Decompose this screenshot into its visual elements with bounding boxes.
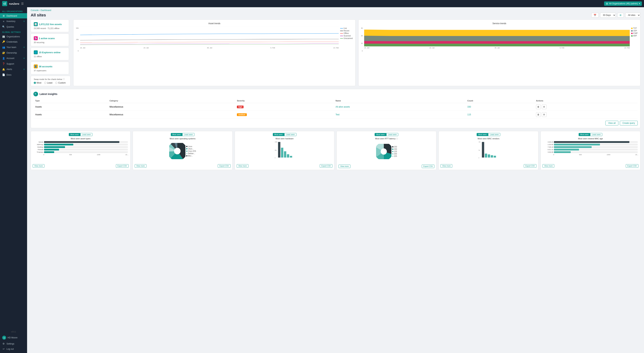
os-most-btn[interactable]: Most seen	[171, 133, 182, 136]
svg-rect-38	[485, 154, 487, 158]
mac-age-most-btn[interactable]: Most seen	[579, 133, 590, 136]
os-export[interactable]: Export CSV	[218, 164, 230, 168]
site-icon-btn[interactable]: ⊞	[617, 13, 624, 17]
add-team-icon[interactable]: +	[23, 46, 25, 49]
svg-rect-19	[281, 148, 283, 158]
insight-row2-name[interactable]: Test	[334, 111, 466, 119]
dashboard-icon: ⊞	[2, 14, 5, 17]
col-count: Count	[466, 98, 534, 103]
sidebar-item-alerts[interactable]: 🔔 Alerts +	[0, 66, 27, 72]
stat-card-accounts: 👤 38 accounts 37 superusers	[31, 62, 69, 74]
hardware-view-more[interactable]: View more	[237, 164, 248, 168]
mac-vendors-least-btn[interactable]: Least seen	[488, 133, 500, 136]
sidebar-item-docs[interactable]: 📄 Docs	[0, 72, 27, 77]
sidebar-item-organizations[interactable]: 🏢 Organizations	[0, 34, 27, 39]
bottom-card-rtt: Most seen Least seen Most seen RTT laten…	[336, 131, 436, 170]
mac-vendors-view-more[interactable]: View more	[440, 164, 452, 168]
insight-row1-count-link[interactable]: 330	[468, 106, 471, 108]
asset-types-least-btn[interactable]: Least seen	[80, 133, 92, 136]
row2-settings-btn[interactable]: ⚙	[542, 112, 546, 117]
svg-rect-18	[278, 142, 280, 158]
most-radio-dot	[34, 82, 36, 84]
rtt-export[interactable]: Export CSV	[422, 165, 434, 168]
severity-high-badge: high	[237, 106, 244, 108]
active-scans-link[interactable]: 1 active scans	[39, 37, 55, 40]
org-selector-label: All Organizations (46) (admin)	[609, 2, 638, 5]
mac-age-export[interactable]: Export CSV	[626, 164, 638, 168]
asset-types-export[interactable]: Export CSV	[116, 164, 128, 168]
breadcrumb-current: Dashboard	[40, 9, 51, 11]
insight-row1-count[interactable]: 330	[466, 103, 534, 111]
row2-delete-btn[interactable]: 🗑	[536, 112, 541, 117]
svg-text:5k: 5k	[478, 150, 480, 151]
trend-charts: Asset trends 50k 25k 0	[73, 19, 640, 86]
sidebar-item-inventory[interactable]: ≡ Inventory +	[0, 18, 27, 24]
mac-vendors-chart: 10k 5k 0 Cisco S... Apple... HUAWEI Baud…	[440, 141, 536, 163]
hardware-least-btn[interactable]: Least seen	[284, 133, 296, 136]
service-trends-area: 16. Jan 23. Jan 30. Jan 6. Feb 13. Feb	[364, 26, 630, 55]
mac-age-footer: View more Export CSV	[542, 164, 638, 168]
insight-row2-name-link[interactable]: Test	[336, 113, 340, 116]
create-query-button[interactable]: Create query	[620, 121, 638, 125]
swap-custom[interactable]: Custom	[55, 82, 66, 84]
mac-vendors-most-btn[interactable]: Most seen	[477, 133, 488, 136]
time-range-select[interactable]: 30 Days 7 Days 90 Days	[600, 13, 616, 18]
sidebar-item-dashboard[interactable]: ⊞ Dashboard	[0, 13, 27, 18]
col-type: Type	[34, 98, 108, 103]
sidebar-item-settings[interactable]: ⚙ Settings	[0, 341, 27, 346]
insight-row2-count[interactable]: 115	[466, 111, 534, 119]
sidebar-label-alerts: Alerts	[6, 68, 12, 70]
insight-row2-count-link[interactable]: 115	[468, 113, 471, 116]
sidebar-item-ownership[interactable]: 🔐 Ownership	[0, 50, 27, 55]
sidebar-label-settings: Settings	[6, 343, 14, 345]
explorers-link[interactable]: 15 Explorers online	[39, 51, 60, 54]
mac-age-view-more[interactable]: View more	[542, 164, 554, 168]
hamburger-icon[interactable]: ☰	[21, 2, 24, 5]
insights-card: 🔍 Latest insights Type Category Severity…	[31, 89, 640, 128]
rtt-most-btn[interactable]: Most seen	[375, 133, 386, 136]
sidebar-item-your-team[interactable]: 👥 Your team +	[0, 44, 27, 50]
hardware-export[interactable]: Export CSV	[320, 164, 332, 168]
active-scans-sub: 20 recurring	[34, 41, 66, 43]
site-icon: ⊞	[620, 14, 622, 16]
rtt-least-btn[interactable]: Least seen	[386, 133, 398, 136]
row1-delete-btn[interactable]: 🗑	[536, 104, 541, 109]
asset-types-view-more[interactable]: View more	[33, 164, 44, 168]
calendar-icon-btn[interactable]: 📅	[591, 13, 599, 17]
accounts-link[interactable]: 38 accounts	[39, 65, 52, 68]
swap-least[interactable]: Least	[44, 82, 52, 84]
breadcrumb-parent[interactable]: Console	[31, 9, 39, 11]
sidebar-label-support: Support	[6, 63, 14, 65]
os-least-btn[interactable]: Least seen	[182, 133, 194, 136]
add-account-icon[interactable]: +	[23, 57, 25, 60]
sidebar-item-credentials[interactable]: 🔑 Credentials	[0, 39, 27, 44]
add-alerts-icon[interactable]: +	[23, 68, 25, 71]
insight-row1-name-link[interactable]: All alive assets	[336, 106, 350, 108]
row1-settings-btn[interactable]: ⚙	[542, 104, 546, 109]
sidebar-label-logout: Log out	[6, 348, 14, 350]
add-inventory-icon[interactable]: +	[23, 20, 25, 23]
sidebar-item-support[interactable]: ❓ Support	[0, 61, 27, 66]
mac-age-least-btn[interactable]: Least seen	[590, 133, 602, 136]
col-actions: Actions	[534, 98, 638, 103]
hardware-most-btn[interactable]: Most seen	[273, 133, 284, 136]
insight-row1-name[interactable]: All alive assets	[334, 103, 466, 111]
breadcrumb-separator: ›	[39, 9, 40, 11]
mac-vendors-export[interactable]: Export CSV	[524, 164, 536, 168]
asset-types-footer: View more Export CSV	[33, 164, 128, 168]
live-assets-link[interactable]: 1,072,212 live assets	[39, 23, 62, 26]
org-selector[interactable]: ⊞ All Organizations (46) (admin) ▾	[604, 1, 642, 6]
swap-most[interactable]: Most	[34, 82, 41, 84]
sidebar-item-account[interactable]: 👤 Account +	[0, 55, 27, 61]
sidebar-section-global: GLOBAL SETTINGS	[0, 29, 27, 34]
view-all-button[interactable]: View all	[605, 121, 618, 125]
dashboard-grid: 📊 1,072,212 live assets 23,500 recent · …	[27, 19, 644, 174]
os-view-more[interactable]: View more	[135, 164, 146, 168]
sidebar-label-ownership: Ownership	[6, 52, 17, 54]
rtt-view-more[interactable]: View more	[338, 165, 350, 168]
sidebar-item-queries[interactable]: 🔍 Queries	[0, 24, 27, 29]
asset-types-most-btn[interactable]: Most seen	[69, 133, 80, 136]
sidebar-item-logout[interactable]: ↩ Log out	[0, 346, 27, 352]
site-filter-select[interactable]: All sites	[625, 13, 640, 18]
stat-card-explorers: 🌐 15 Explorers online 11 offline	[31, 48, 69, 60]
